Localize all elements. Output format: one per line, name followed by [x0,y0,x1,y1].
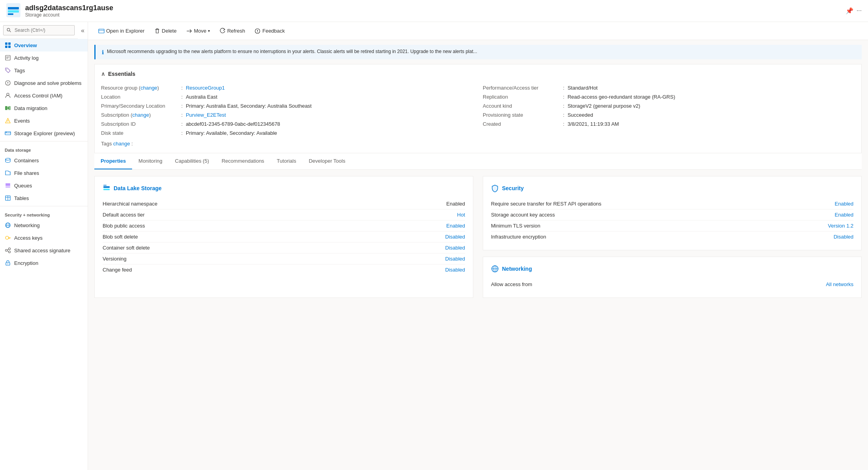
open-explorer-button[interactable]: Open in Explorer [94,25,149,37]
prop-blob-public-access: Blob public access Enabled [103,220,465,231]
secure-transfer-value[interactable]: Enabled [835,201,853,207]
sidebar-item-data-migration[interactable]: Data migration [0,102,88,114]
data-lake-storage-title: Data Lake Storage [103,184,465,192]
change-tags-link[interactable]: change [113,141,130,147]
blob-public-access-value[interactable]: Enabled [446,223,465,229]
more-icon[interactable]: ··· [857,7,862,15]
svg-point-20 [7,122,8,123]
sidebar-item-encryption[interactable]: Encryption [0,257,88,269]
networking-section-icon [491,265,499,273]
move-button[interactable]: Move ▾ [182,25,214,37]
delete-icon [154,28,160,34]
prop-infra-encryption: Infrastructure encryption Disabled [491,231,853,242]
change-subscription-link[interactable]: change [132,112,149,118]
sidebar-item-file-shares[interactable]: File shares [0,167,88,179]
sidebar-item-storage-explorer[interactable]: Storage Explorer (preview) [0,127,88,140]
provisioning-value: Succeeded [568,112,593,118]
essentials-collapse-icon[interactable]: ∧ [101,71,105,77]
pin-icon[interactable]: 📌 [846,7,853,15]
sidebar-label-queues: Queues [14,183,32,189]
sidebar-item-iam[interactable]: Access Control (IAM) [0,89,88,102]
svg-rect-5 [8,42,11,45]
sidebar-item-events[interactable]: Events [0,114,88,127]
feedback-label: Feedback [262,28,285,34]
sidebar-item-networking[interactable]: Networking [0,219,88,231]
svg-rect-2 [8,10,19,13]
svg-point-49 [257,32,258,33]
ess-row-primary-location: Primary/Secondary Location : Primary: Au… [101,101,473,110]
created-value: 3/8/2021, 11:19:33 AM [568,121,619,127]
sidebar-label-events: Events [14,118,30,124]
svg-rect-4 [5,42,7,45]
tab-monitoring[interactable]: Monitoring [132,153,169,169]
sidebar-item-queues[interactable]: Queues [0,179,88,192]
sidebar-item-tags[interactable]: Tags [0,64,88,77]
access-keys-icon [5,235,11,241]
open-explorer-icon [98,28,105,34]
allow-access-value[interactable]: All networks [826,281,853,287]
delete-button[interactable]: Delete [150,25,181,37]
search-input[interactable] [3,25,75,35]
tab-capabilities[interactable]: Capabilities (5) [169,153,215,169]
ess-row-location: Location : Australia East [101,92,473,101]
sidebar-item-diagnose[interactable]: Diagnose and solve problems [0,77,88,89]
location-value: Australia East [186,94,217,100]
change-feed-value[interactable]: Disabled [445,267,465,273]
security-title: Security [491,184,853,192]
sidebar-item-containers[interactable]: Containers [0,154,88,167]
networking-icon [5,222,11,228]
blob-soft-delete-value[interactable]: Disabled [445,234,465,240]
sidebar-item-activity-log[interactable]: Activity log [0,51,88,64]
svg-rect-25 [6,184,10,185]
ess-row-provisioning: Provisioning state : Succeeded [483,110,855,119]
sidebar-item-overview[interactable]: Overview [0,39,88,51]
sidebar-label-encryption: Encryption [14,260,38,266]
primary-location-value: Primary: Australia East, Secondary: Aust… [186,103,312,109]
perf-tier-value: Standard/Hot [568,85,598,91]
sidebar-label-tags: Tags [14,68,25,73]
tab-developer-tools[interactable]: Developer Tools [302,153,351,169]
prop-allow-access: Allow access from All networks [491,279,853,290]
sidebar-item-shared-access[interactable]: Shared access signature [0,244,88,257]
sidebar-item-access-keys[interactable]: Access keys [0,231,88,244]
resource-group-value[interactable]: ResourceGroup1 [186,85,225,91]
infra-encryption-value[interactable]: Disabled [833,234,853,240]
tab-properties[interactable]: Properties [94,153,132,169]
security-networking-column: Security Require secure transfer for RES… [483,176,862,298]
queues-icon [5,182,11,189]
move-chevron-icon: ▾ [208,29,210,33]
default-access-tier-value[interactable]: Hot [457,212,465,218]
resource-subtitle: Storage account [25,12,113,18]
tab-content-properties: Data Lake Storage Hierarchical namespace… [94,176,862,298]
change-resource-group-link[interactable]: change [140,85,157,91]
container-soft-delete-value[interactable]: Disabled [445,245,465,251]
subscription-value[interactable]: Purview_E2ETest [186,112,226,118]
networking-section-label: Networking [502,266,532,272]
sidebar-label-containers: Containers [14,158,39,163]
diagnose-icon [5,80,11,86]
sidebar-item-tables[interactable]: Tables [0,192,88,204]
tls-version-value[interactable]: Version 1.2 [828,223,853,229]
replication-value: Read-access geo-redundant storage (RA-GR… [568,94,675,100]
header-actions: 📌 ··· [846,7,862,15]
ess-row-replication: Replication : Read-access geo-redundant … [483,92,855,101]
hierarchical-namespace-value: Enabled [446,201,465,207]
sidebar-label-tables: Tables [14,195,29,201]
versioning-value[interactable]: Disabled [445,256,465,262]
key-access-value[interactable]: Enabled [835,212,853,218]
sidebar-collapse-button[interactable]: « [78,26,88,36]
alert-info-icon: ℹ [102,49,104,55]
svg-point-14 [7,84,8,84]
tab-recommendations[interactable]: Recommendations [215,153,270,169]
disk-state-value: Primary: Available, Secondary: Available [186,130,277,136]
storage-explorer-icon [5,130,11,136]
feedback-button[interactable]: Feedback [250,25,289,37]
tab-tutorials[interactable]: Tutorials [270,153,302,169]
migration-icon [5,105,11,111]
content-area: Open in Explorer Delete Move ▾ Refresh [88,22,868,470]
ess-row-created: Created : 3/8/2021, 11:19:33 AM [483,119,855,129]
sidebar: « Overview Activity log Tags Diagnose an [0,22,88,470]
refresh-button[interactable]: Refresh [215,25,249,37]
essentials-section: ∧ Essentials Resource group (change) : R… [94,64,862,153]
main-layout: « Overview Activity log Tags Diagnose an [0,22,868,470]
